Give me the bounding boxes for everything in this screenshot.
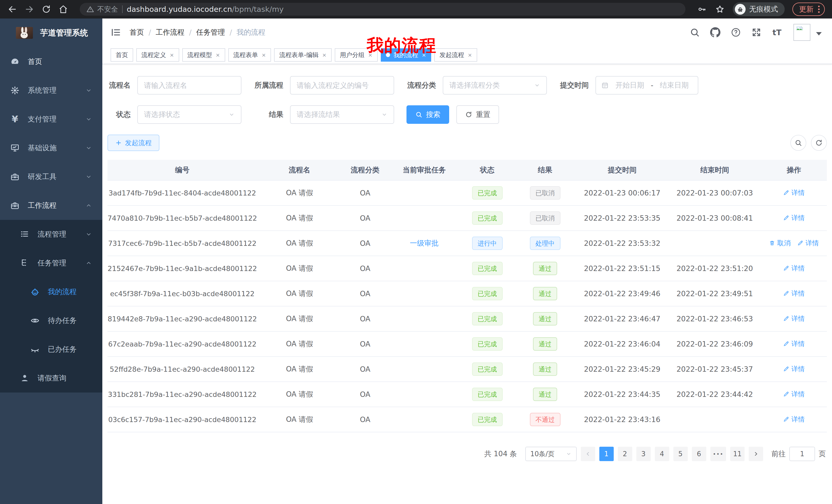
chevron-down-icon	[85, 145, 92, 151]
github-icon[interactable]	[710, 27, 721, 37]
detail-link[interactable]: 详情	[783, 289, 805, 298]
goto-page-input[interactable]	[789, 447, 815, 461]
detail-link[interactable]: 详情	[783, 264, 805, 273]
reset-button[interactable]: 重置	[457, 105, 499, 124]
help-icon[interactable]	[731, 27, 741, 37]
sidebar-item-label: 首页	[28, 57, 42, 66]
category-select[interactable]: 请选择流程分类	[443, 76, 547, 94]
incognito-label: 无痕模式	[749, 4, 778, 14]
result-badge: 通过	[533, 362, 557, 376]
chevron-up-icon	[85, 202, 92, 209]
status-badge: 已完成	[472, 287, 503, 300]
bookmark-star-icon[interactable]	[715, 4, 725, 15]
forward-icon[interactable]	[24, 4, 34, 15]
page-button-3[interactable]: 3	[636, 447, 651, 461]
page-button-6[interactable]: 6	[692, 447, 706, 461]
tab-start-process[interactable]: 发起流程×	[434, 48, 477, 62]
detail-link[interactable]: 详情	[783, 188, 805, 197]
hamburger-icon[interactable]	[110, 27, 121, 37]
table-row: 819442e8-7b9a-11ec-a290-acde48001122 OA …	[107, 306, 827, 331]
col-submit-time: 提交时间	[576, 160, 669, 180]
close-icon[interactable]: ×	[468, 52, 472, 58]
font-size-icon[interactable]: tT	[772, 27, 782, 37]
close-icon[interactable]: ×	[322, 52, 327, 58]
page-button-2[interactable]: 2	[618, 447, 632, 461]
app-logo-row[interactable]: 芋道管理系统	[0, 19, 102, 47]
close-icon[interactable]: ×	[216, 52, 220, 58]
cancel-link[interactable]: 取消	[769, 239, 790, 248]
table-row: 3ad174fb-7b9d-11ec-8404-acde48001122 OA …	[107, 180, 827, 205]
close-icon[interactable]: ×	[262, 52, 266, 58]
process-def-input[interactable]	[290, 76, 394, 94]
detail-link[interactable]: 详情	[783, 314, 805, 323]
sidebar-item-home[interactable]: 首页	[0, 47, 102, 76]
detail-link[interactable]: 详情	[783, 214, 805, 222]
breadcrumb-workflow[interactable]: 工作流程	[156, 27, 184, 37]
start-process-button[interactable]: 发起流程	[107, 135, 159, 151]
sidebar-item-task-mgmt[interactable]: 任务管理	[0, 249, 102, 277]
address-bar[interactable]: 不安全 dashboard.yudao.iocoder.cn/bpm/task/…	[80, 3, 685, 16]
update-button[interactable]: 更新	[792, 3, 825, 16]
sidebar-item-infrastructure[interactable]: 基础设施	[0, 134, 102, 162]
page-button-4[interactable]: 4	[655, 447, 669, 461]
submit-time-range-picker[interactable]: 开始日期 - 结束日期	[595, 76, 698, 94]
status-select[interactable]: 请选择状态	[137, 105, 241, 124]
page-size-select[interactable]: 10条/页	[525, 447, 577, 461]
sidebar-item-my-process[interactable]: 我的流程	[0, 277, 102, 306]
refresh-icon[interactable]	[811, 135, 827, 151]
breadcrumb-task-mgmt[interactable]: 任务管理	[196, 27, 225, 37]
avatar[interactable]	[794, 24, 810, 41]
tab-process-form-edit[interactable]: 流程表单-编辑×	[274, 48, 331, 62]
table-row: 2152467e-7b9b-11ec-9a1b-acde48001122 OA …	[107, 256, 827, 281]
detail-link[interactable]: 详情	[797, 239, 819, 248]
tab-process-definition[interactable]: 流程定义×	[136, 48, 179, 62]
pagination: 共 104 条 10条/页 1 2 3 4 5 6 ••• 11 前往 页	[107, 447, 827, 461]
tab-process-model[interactable]: 流程模型×	[182, 48, 225, 62]
sidebar-item-system[interactable]: 系统管理	[0, 76, 102, 105]
search-icon[interactable]	[690, 27, 700, 37]
fullscreen-icon[interactable]	[751, 27, 761, 37]
sidebar-item-label: 基础设施	[28, 143, 57, 153]
status-badge: 已完成	[472, 337, 503, 351]
tab-home[interactable]: 首页	[110, 48, 133, 62]
key-icon[interactable]	[697, 4, 707, 15]
result-badge: 通过	[533, 287, 557, 300]
result-select[interactable]: 请选择流结果	[290, 105, 394, 124]
search-button[interactable]: 搜索	[407, 105, 449, 124]
table-row: 7317cec6-7b9b-11ec-b5b7-acde48001122 OA …	[107, 231, 827, 256]
detail-link[interactable]: 详情	[783, 365, 805, 373]
user-icon	[20, 373, 29, 383]
sidebar-item-done-tasks[interactable]: 已办任务	[0, 335, 102, 364]
tab-process-form[interactable]: 流程表单×	[228, 48, 271, 62]
next-page-button[interactable]	[749, 447, 763, 461]
sidebar-item-payment[interactable]: ¥ 支付管理	[0, 105, 102, 134]
detail-link[interactable]: 详情	[783, 415, 805, 424]
detail-link[interactable]: 详情	[783, 339, 805, 348]
detail-link[interactable]: 详情	[783, 390, 805, 399]
sidebar-item-process-mgmt[interactable]: 流程管理	[0, 220, 102, 249]
back-icon[interactable]	[7, 4, 18, 15]
browser-menu-icon[interactable]	[818, 6, 820, 13]
security-warning[interactable]: 不安全	[86, 5, 118, 14]
sidebar-item-leave-query[interactable]: 请假查询	[0, 364, 102, 393]
avatar-caret-icon[interactable]	[816, 32, 822, 35]
process-name-input[interactable]	[137, 76, 241, 94]
toggle-search-icon[interactable]	[790, 135, 806, 151]
col-result: 结果	[514, 160, 576, 180]
breadcrumb-home[interactable]: 首页	[130, 27, 144, 37]
reload-icon[interactable]	[41, 4, 51, 15]
prev-page-button[interactable]	[581, 447, 595, 461]
sidebar-item-workflow[interactable]: 工作流程	[0, 191, 102, 220]
page-button-1[interactable]: 1	[599, 447, 614, 461]
page-button-5[interactable]: 5	[673, 447, 688, 461]
status-badge: 已完成	[472, 413, 503, 426]
chevron-down-icon	[85, 173, 92, 180]
sidebar-item-todo-tasks[interactable]: 待办任务	[0, 306, 102, 335]
close-icon[interactable]: ×	[170, 52, 174, 58]
more-pages-button[interactable]: •••	[710, 447, 726, 461]
page-button-11[interactable]: 11	[730, 447, 745, 461]
calendar-icon	[601, 81, 609, 89]
home-icon[interactable]	[58, 4, 69, 15]
sidebar-item-devtools[interactable]: 研发工具	[0, 162, 102, 191]
current-task-link[interactable]: 一级审批	[410, 239, 439, 247]
